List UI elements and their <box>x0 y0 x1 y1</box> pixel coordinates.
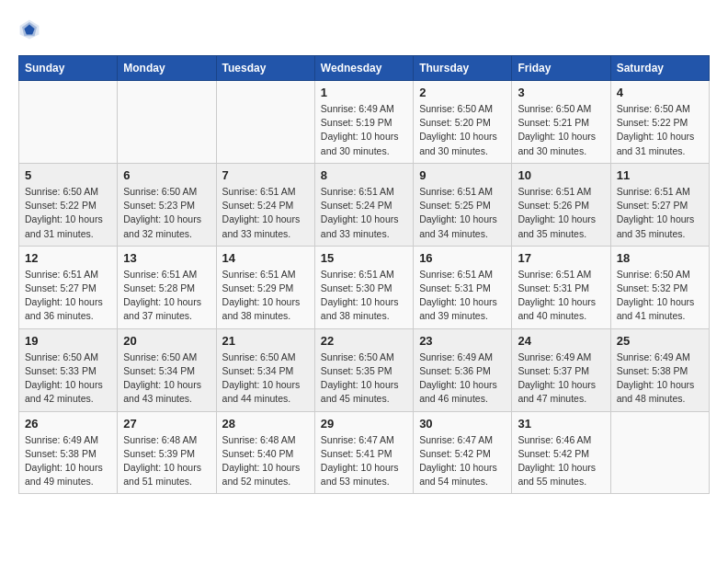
day-number: 21 <box>222 334 309 348</box>
calendar-cell: 20Sunrise: 6:50 AM Sunset: 5:34 PM Dayli… <box>118 328 216 411</box>
day-number: 13 <box>123 251 210 265</box>
day-info: Sunrise: 6:49 AM Sunset: 5:19 PM Dayligh… <box>321 102 407 158</box>
weekday-header: Tuesday <box>216 56 314 81</box>
calendar-week-row: 5Sunrise: 6:50 AM Sunset: 5:22 PM Daylig… <box>19 163 710 246</box>
weekday-header: Monday <box>118 56 216 81</box>
day-number: 17 <box>518 251 604 265</box>
day-info: Sunrise: 6:50 AM Sunset: 5:22 PM Dayligh… <box>25 185 111 241</box>
day-info: Sunrise: 6:47 AM Sunset: 5:41 PM Dayligh… <box>321 433 407 489</box>
calendar-cell: 9Sunrise: 6:51 AM Sunset: 5:25 PM Daylig… <box>414 163 512 246</box>
day-number: 1 <box>321 86 407 99</box>
calendar-cell: 27Sunrise: 6:48 AM Sunset: 5:39 PM Dayli… <box>118 411 216 494</box>
calendar-cell: 15Sunrise: 6:51 AM Sunset: 5:30 PM Dayli… <box>314 246 413 328</box>
calendar-cell: 4Sunrise: 6:50 AM Sunset: 5:22 PM Daylig… <box>610 81 709 164</box>
calendar-cell: 11Sunrise: 6:51 AM Sunset: 5:27 PM Dayli… <box>610 163 709 246</box>
day-info: Sunrise: 6:51 AM Sunset: 5:27 PM Dayligh… <box>25 268 111 324</box>
day-info: Sunrise: 6:48 AM Sunset: 5:40 PM Dayligh… <box>222 433 309 489</box>
day-number: 15 <box>321 251 407 265</box>
day-number: 26 <box>25 417 111 431</box>
calendar-cell: 6Sunrise: 6:50 AM Sunset: 5:23 PM Daylig… <box>118 163 216 246</box>
day-number: 29 <box>321 417 407 431</box>
day-info: Sunrise: 6:50 AM Sunset: 5:34 PM Dayligh… <box>222 350 309 407</box>
calendar-week-row: 26Sunrise: 6:49 AM Sunset: 5:38 PM Dayli… <box>19 411 710 494</box>
calendar-cell: 23Sunrise: 6:49 AM Sunset: 5:36 PM Dayli… <box>414 328 512 411</box>
calendar-cell: 21Sunrise: 6:50 AM Sunset: 5:34 PM Dayli… <box>216 328 314 411</box>
day-info: Sunrise: 6:50 AM Sunset: 5:33 PM Dayligh… <box>25 350 111 407</box>
day-number: 12 <box>25 251 111 265</box>
day-number: 5 <box>25 168 111 182</box>
day-info: Sunrise: 6:50 AM Sunset: 5:21 PM Dayligh… <box>518 102 604 158</box>
logo-icon <box>18 18 40 40</box>
calendar-cell: 17Sunrise: 6:51 AM Sunset: 5:31 PM Dayli… <box>512 246 610 328</box>
calendar-cell <box>610 411 709 494</box>
day-number: 9 <box>419 168 506 182</box>
calendar-cell <box>118 81 216 164</box>
calendar-header-row: SundayMondayTuesdayWednesdayThursdayFrid… <box>19 56 710 81</box>
day-number: 16 <box>419 251 506 265</box>
logo <box>18 18 44 40</box>
calendar-cell: 16Sunrise: 6:51 AM Sunset: 5:31 PM Dayli… <box>414 246 512 328</box>
calendar-cell: 8Sunrise: 6:51 AM Sunset: 5:24 PM Daylig… <box>314 163 413 246</box>
day-info: Sunrise: 6:51 AM Sunset: 5:26 PM Dayligh… <box>518 185 604 241</box>
day-info: Sunrise: 6:51 AM Sunset: 5:25 PM Dayligh… <box>419 185 506 241</box>
calendar-cell: 31Sunrise: 6:46 AM Sunset: 5:42 PM Dayli… <box>512 411 610 494</box>
day-number: 25 <box>617 334 703 348</box>
day-number: 3 <box>518 86 604 99</box>
day-number: 10 <box>518 168 604 182</box>
weekday-header: Sunday <box>19 56 118 81</box>
day-info: Sunrise: 6:49 AM Sunset: 5:37 PM Dayligh… <box>518 350 604 407</box>
weekday-header: Friday <box>512 56 610 81</box>
calendar-week-row: 12Sunrise: 6:51 AM Sunset: 5:27 PM Dayli… <box>19 246 710 328</box>
calendar-cell: 2Sunrise: 6:50 AM Sunset: 5:20 PM Daylig… <box>414 81 512 164</box>
day-info: Sunrise: 6:50 AM Sunset: 5:34 PM Dayligh… <box>123 350 210 407</box>
calendar-cell: 10Sunrise: 6:51 AM Sunset: 5:26 PM Dayli… <box>512 163 610 246</box>
calendar-cell: 29Sunrise: 6:47 AM Sunset: 5:41 PM Dayli… <box>314 411 413 494</box>
day-info: Sunrise: 6:50 AM Sunset: 5:22 PM Dayligh… <box>617 102 703 158</box>
calendar-cell: 1Sunrise: 6:49 AM Sunset: 5:19 PM Daylig… <box>314 81 413 164</box>
day-info: Sunrise: 6:51 AM Sunset: 5:31 PM Dayligh… <box>518 268 604 324</box>
day-number: 19 <box>25 334 111 348</box>
calendar-cell: 12Sunrise: 6:51 AM Sunset: 5:27 PM Dayli… <box>19 246 118 328</box>
day-info: Sunrise: 6:50 AM Sunset: 5:35 PM Dayligh… <box>321 350 407 407</box>
day-number: 11 <box>617 168 703 182</box>
day-info: Sunrise: 6:48 AM Sunset: 5:39 PM Dayligh… <box>123 433 210 489</box>
day-number: 31 <box>518 417 604 431</box>
page-header <box>18 18 710 40</box>
day-number: 30 <box>419 417 506 431</box>
calendar-cell: 7Sunrise: 6:51 AM Sunset: 5:24 PM Daylig… <box>216 163 314 246</box>
calendar-cell: 13Sunrise: 6:51 AM Sunset: 5:28 PM Dayli… <box>118 246 216 328</box>
day-number: 18 <box>617 251 703 265</box>
day-info: Sunrise: 6:51 AM Sunset: 5:29 PM Dayligh… <box>222 268 309 324</box>
day-number: 2 <box>419 86 506 99</box>
calendar-cell: 26Sunrise: 6:49 AM Sunset: 5:38 PM Dayli… <box>19 411 118 494</box>
calendar-cell: 19Sunrise: 6:50 AM Sunset: 5:33 PM Dayli… <box>19 328 118 411</box>
day-info: Sunrise: 6:47 AM Sunset: 5:42 PM Dayligh… <box>419 433 506 489</box>
calendar-week-row: 1Sunrise: 6:49 AM Sunset: 5:19 PM Daylig… <box>19 81 710 164</box>
calendar-cell: 14Sunrise: 6:51 AM Sunset: 5:29 PM Dayli… <box>216 246 314 328</box>
day-info: Sunrise: 6:51 AM Sunset: 5:31 PM Dayligh… <box>419 268 506 324</box>
day-info: Sunrise: 6:51 AM Sunset: 5:28 PM Dayligh… <box>123 268 210 324</box>
day-number: 4 <box>617 86 703 99</box>
day-info: Sunrise: 6:49 AM Sunset: 5:38 PM Dayligh… <box>617 350 703 407</box>
day-number: 8 <box>321 168 407 182</box>
day-info: Sunrise: 6:51 AM Sunset: 5:30 PM Dayligh… <box>321 268 407 324</box>
day-number: 20 <box>123 334 210 348</box>
day-info: Sunrise: 6:49 AM Sunset: 5:36 PM Dayligh… <box>419 350 506 407</box>
day-number: 28 <box>222 417 309 431</box>
day-number: 6 <box>123 168 210 182</box>
calendar-cell: 22Sunrise: 6:50 AM Sunset: 5:35 PM Dayli… <box>314 328 413 411</box>
day-number: 27 <box>123 417 210 431</box>
calendar-week-row: 19Sunrise: 6:50 AM Sunset: 5:33 PM Dayli… <box>19 328 710 411</box>
day-info: Sunrise: 6:50 AM Sunset: 5:32 PM Dayligh… <box>617 268 703 324</box>
day-info: Sunrise: 6:50 AM Sunset: 5:23 PM Dayligh… <box>123 185 210 241</box>
calendar-cell: 3Sunrise: 6:50 AM Sunset: 5:21 PM Daylig… <box>512 81 610 164</box>
day-info: Sunrise: 6:51 AM Sunset: 5:27 PM Dayligh… <box>617 185 703 241</box>
calendar-cell: 30Sunrise: 6:47 AM Sunset: 5:42 PM Dayli… <box>414 411 512 494</box>
calendar-table: SundayMondayTuesdayWednesdayThursdayFrid… <box>18 55 710 494</box>
day-number: 7 <box>222 168 309 182</box>
calendar-cell: 28Sunrise: 6:48 AM Sunset: 5:40 PM Dayli… <box>216 411 314 494</box>
day-info: Sunrise: 6:50 AM Sunset: 5:20 PM Dayligh… <box>419 102 506 158</box>
day-number: 24 <box>518 334 604 348</box>
day-number: 22 <box>321 334 407 348</box>
calendar-cell <box>216 81 314 164</box>
